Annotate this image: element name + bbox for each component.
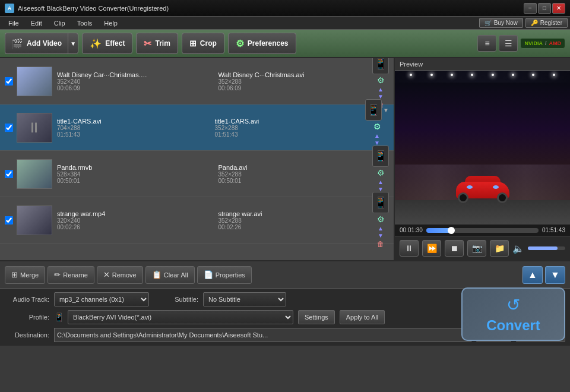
device-icon[interactable]: 📱	[372, 192, 389, 213]
remove-button[interactable]: ✕ Remove	[97, 266, 143, 284]
maximize-button[interactable]: □	[538, 3, 551, 14]
nav-arrows: ▲ ▼	[374, 132, 380, 146]
destination-label: Destination:	[5, 331, 49, 339]
pause-icon: ⏸	[405, 244, 413, 253]
file-info: Walt Disney Car···Christmas.mpg 352×240 …	[57, 71, 368, 91]
move-up-icon[interactable]: ▲	[378, 225, 384, 232]
settings-button[interactable]: Settings	[298, 310, 335, 324]
preview-video	[395, 71, 570, 224]
close-button[interactable]: ✕	[552, 3, 565, 14]
playback-controls: ⏸ ⏩ ⏹ 📷 📁 🔈	[395, 236, 570, 260]
volume-slider[interactable]	[528, 246, 565, 250]
minimize-button[interactable]: −	[524, 3, 537, 14]
folder-icon: 📁	[495, 244, 505, 253]
stop-button[interactable]: ⏹	[445, 240, 464, 257]
clear-all-button[interactable]: 📋 Clear All	[145, 266, 195, 284]
grid-view-button[interactable]: ☰	[499, 35, 518, 52]
trim-button[interactable]: ✂ Trim	[136, 33, 178, 54]
file-dest: Walt Disney C···Christmas.avi 352×288 00…	[218, 71, 368, 91]
audio-track-select[interactable]: mp3_2 channels (0x1)	[54, 292, 149, 306]
convert-button[interactable]: ↺ Convert	[461, 287, 565, 341]
register-button[interactable]: 🔑 Register	[525, 18, 568, 28]
apply-to-all-button[interactable]: Apply to All	[340, 310, 385, 324]
source-size: 528×384	[57, 171, 207, 178]
clear-icon: 📋	[152, 270, 162, 279]
table-row[interactable]: strange war.mp4 320×240 00:02:26 strange…	[0, 197, 394, 244]
nav-arrows: ▲ ▼	[378, 225, 384, 239]
source-duration: 00:06:09	[57, 85, 207, 91]
open-folder-button[interactable]: 📁	[490, 240, 509, 257]
source-duration: 01:51:43	[57, 131, 203, 138]
move-up-icon[interactable]: ▲	[378, 179, 384, 185]
properties-button[interactable]: 📄 Properties	[197, 266, 252, 284]
source-name: Walt Disney Car···Christmas.mpg	[57, 71, 152, 78]
convert-panel: ↺ Convert	[461, 287, 565, 341]
move-item-down-button[interactable]: ▼	[545, 266, 565, 284]
file-checkbox[interactable]	[5, 124, 13, 132]
menu-tools[interactable]: Tools	[71, 18, 99, 28]
device-icon[interactable]: 📱	[372, 58, 389, 74]
list-view-button[interactable]: ≡	[477, 35, 496, 52]
stadium-lights	[401, 74, 564, 76]
dest-size: 352×288	[218, 78, 368, 85]
table-row[interactable]: ⏸ title1-CARS.avi 704×288 01:51:43 title…	[0, 105, 394, 151]
file-checkbox[interactable]	[5, 77, 13, 86]
table-row[interactable]: Panda.rmvb 528×384 00:50:01 Panda.avi 35…	[0, 151, 394, 197]
file-dest: strange war.avi 352×288 00:02:26	[218, 210, 368, 230]
preview-label: Preview	[395, 58, 570, 71]
delete-icon[interactable]: 🗑	[377, 240, 384, 248]
menu-file[interactable]: File	[2, 18, 25, 28]
fast-forward-icon: ⏩	[427, 244, 437, 253]
file-actions: 📱 ⚙ ▲ ▼ 🗑	[372, 192, 389, 248]
effect-button[interactable]: ✨ Effect	[82, 33, 132, 54]
light	[471, 74, 473, 76]
rename-button[interactable]: ✏ Rename	[48, 266, 94, 284]
device-icon[interactable]: 📱	[365, 99, 382, 121]
device-icon[interactable]: 📱	[372, 146, 389, 167]
snapshot-button[interactable]: 📷	[467, 240, 486, 257]
settings-icon[interactable]: ⚙	[377, 214, 385, 224]
settings-icon[interactable]: ⚙	[377, 168, 385, 178]
merge-button[interactable]: ⊞ Merge	[5, 266, 45, 284]
preferences-button[interactable]: ⚙ Preferences	[228, 33, 296, 54]
crop-button[interactable]: ⊞ Crop	[182, 33, 224, 54]
move-up-icon[interactable]: ▲	[374, 132, 380, 139]
file-list: Walt Disney Car···Christmas.mpg 352×240 …	[0, 58, 395, 260]
bottom-area: Audio Track: mp3_2 channels (0x1) Subtit…	[0, 289, 570, 346]
audio-track-label: Audio Track:	[5, 296, 49, 303]
menu-edit[interactable]: Edit	[25, 18, 48, 28]
progress-track[interactable]	[426, 228, 539, 233]
dest-duration: 00:02:26	[218, 224, 368, 230]
light	[492, 74, 494, 76]
add-video-button[interactable]: 🎬 Add Video	[5, 33, 68, 54]
dest-name: title1-CARS.avi	[215, 118, 310, 125]
toolbar-right: ≡ ☰ NVIDIA / AMD	[477, 35, 565, 52]
file-dest: title1-CARS.avi 352×288 01:51:43	[215, 118, 361, 138]
file-checkbox[interactable]	[5, 170, 13, 178]
add-video-dropdown-button[interactable]: ▼	[68, 33, 78, 54]
subtitle-select[interactable]: No Subtitle	[203, 292, 286, 306]
profile-select[interactable]: BlackBerry AVI Video(*.avi)	[68, 310, 293, 324]
table-row[interactable]: Walt Disney Car···Christmas.mpg 352×240 …	[0, 58, 394, 105]
dest-name: strange war.avi	[218, 210, 314, 217]
move-up-icon[interactable]: ▲	[378, 86, 384, 93]
move-down-icon[interactable]: ▼	[378, 232, 384, 239]
pause-button[interactable]: ⏸	[400, 240, 419, 257]
fast-forward-button[interactable]: ⏩	[422, 240, 441, 257]
file-checkbox[interactable]	[5, 216, 13, 225]
profile-label: Profile:	[5, 314, 49, 321]
destination-input[interactable]	[54, 328, 471, 342]
source-size: 352×240	[57, 78, 207, 85]
settings-icon[interactable]: ⚙	[377, 75, 385, 85]
window-controls: − □ ✕	[524, 3, 565, 14]
dropdown-arrow-icon[interactable]: ▼	[383, 107, 389, 113]
dest-size: 352×288	[218, 217, 368, 224]
dest-duration: 01:51:43	[215, 131, 361, 138]
menu-help[interactable]: Help	[98, 18, 124, 28]
settings-icon[interactable]: ⚙	[373, 122, 381, 131]
move-item-up-button[interactable]: ▲	[522, 266, 543, 284]
menu-clip[interactable]: Clip	[48, 18, 71, 28]
volume-icon: 🔈	[512, 243, 524, 254]
convert-icon: ↺	[506, 295, 520, 315]
buy-now-button[interactable]: 🛒 Buy Now	[479, 18, 523, 28]
